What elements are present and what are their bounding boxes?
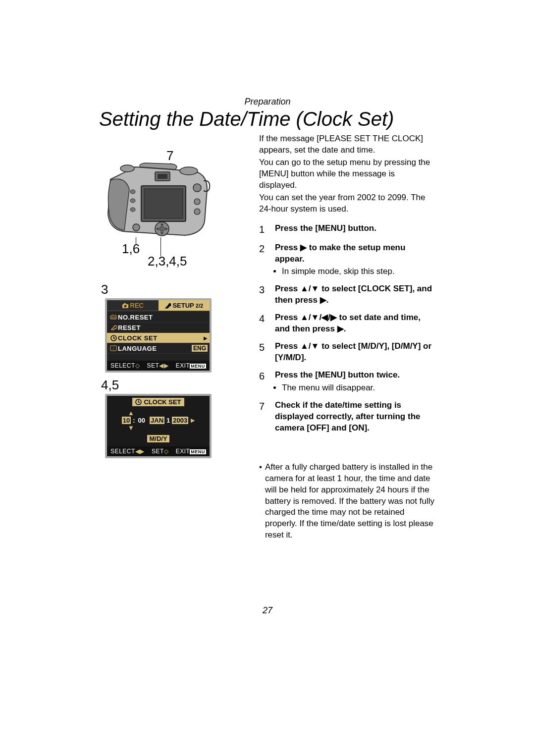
step-6: 6 Press the [MENU] button twice. The men… bbox=[259, 370, 435, 394]
svg-text:i: i bbox=[113, 347, 114, 350]
tab-setup: SETUP 2/2 bbox=[159, 300, 210, 311]
lcd2-callout: 4,5 bbox=[101, 378, 245, 393]
tab-rec: REC bbox=[107, 300, 159, 311]
lcd1-callout: 3 bbox=[101, 282, 245, 297]
svg-point-6 bbox=[194, 209, 200, 215]
menu-row-language: i LANGUAGE ENG bbox=[107, 343, 210, 354]
language-icon: i bbox=[110, 345, 117, 351]
svg-point-11 bbox=[130, 199, 135, 203]
lcd-footer: SELECT◇ SET◀▶ EXITMENU bbox=[107, 361, 210, 371]
step-5: 5 Press ▲/▼ to select [M/D/Y], [D/M/Y] o… bbox=[259, 341, 435, 364]
clock-icon bbox=[110, 335, 117, 341]
counter-icon: 000 bbox=[110, 314, 117, 320]
camera-illustration: 7 bbox=[103, 148, 227, 262]
lcd-clock-set: CLOCK SET ▲ 10:00 JAN 1 2003 ▶ ▼ M/D/Y bbox=[105, 394, 212, 458]
svg-point-12 bbox=[130, 208, 135, 212]
step-1: 1 Press the [MENU] button. bbox=[259, 223, 435, 236]
steps-list: 1 Press the [MENU] button. 2 Press ▶ to … bbox=[259, 223, 435, 434]
page-number: 27 bbox=[99, 605, 436, 616]
svg-rect-3 bbox=[158, 174, 167, 179]
svg-point-10 bbox=[130, 190, 135, 194]
menu-row-reset: RESET bbox=[107, 323, 210, 333]
menu-row-no-reset: 000 NO.RESET bbox=[107, 312, 210, 323]
step-2: 2 Press ▶ to make the setup menu appear.… bbox=[259, 242, 435, 278]
clock-icon bbox=[135, 399, 142, 405]
datetime-line: 10:00 JAN 1 2003 ▶ bbox=[107, 417, 210, 424]
intro-text: If the message [PLEASE SET THE CLOCK] ap… bbox=[259, 133, 435, 215]
down-arrow-icon: ▼ bbox=[107, 425, 210, 431]
svg-point-5 bbox=[194, 199, 200, 205]
step-7: 7 Check if the date/time setting is disp… bbox=[259, 400, 435, 434]
page-title: Setting the Date/Time (Clock Set) bbox=[99, 108, 436, 130]
svg-point-9 bbox=[160, 226, 164, 231]
reset-icon bbox=[110, 324, 117, 330]
lcd2-footer: SELECT◀▶ SET◇ EXITMENU bbox=[107, 446, 210, 456]
note-text: • After a fully charged battery is insta… bbox=[259, 462, 435, 541]
menu-row-clock-set: CLOCK SET ▶ bbox=[107, 333, 210, 343]
step-4: 4 Press ▲/▼/◀/▶ to set date and time, an… bbox=[259, 312, 435, 335]
svg-point-4 bbox=[193, 184, 201, 192]
svg-point-14 bbox=[120, 165, 134, 172]
wrench-icon bbox=[164, 302, 171, 309]
camera-icon bbox=[122, 303, 129, 309]
svg-point-17 bbox=[124, 305, 126, 307]
date-format-badge: M/D/Y bbox=[147, 435, 169, 442]
svg-point-7 bbox=[133, 224, 140, 231]
clock-set-title: CLOCK SET bbox=[132, 398, 184, 406]
svg-rect-16 bbox=[124, 303, 126, 305]
lcd-setup-menu: REC SETUP 2/2 000 NO.RESET RES bbox=[105, 298, 212, 373]
camera-icon bbox=[103, 158, 212, 237]
svg-text:000: 000 bbox=[111, 316, 116, 319]
up-arrow-icon: ▲ bbox=[107, 410, 210, 416]
callout-2-3-4-5: 2,3,4,5 bbox=[148, 254, 187, 269]
step-3: 3 Press ▲/▼ to select [CLOCK SET], and t… bbox=[259, 283, 435, 306]
svg-point-20 bbox=[111, 329, 113, 330]
section-label: Preparation bbox=[99, 97, 436, 107]
svg-rect-1 bbox=[144, 189, 183, 218]
callout-1-6: 1,6 bbox=[122, 241, 140, 257]
svg-point-13 bbox=[180, 167, 198, 175]
